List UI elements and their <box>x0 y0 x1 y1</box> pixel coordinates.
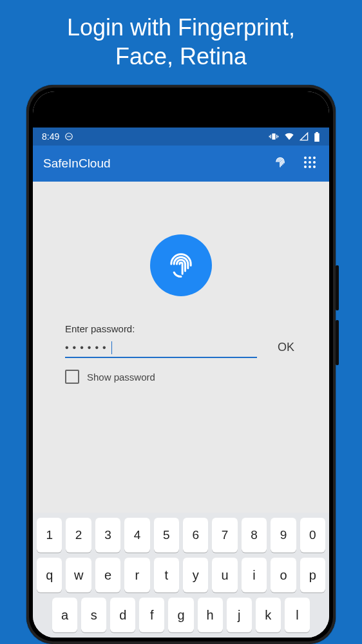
app-title: SafeInCloud <box>43 156 260 171</box>
key-k[interactable]: k <box>256 598 281 632</box>
numpad-button[interactable] <box>301 155 319 173</box>
vibrate-icon <box>269 132 279 141</box>
login-screen: Enter password: •••••• OK Show password <box>33 182 329 513</box>
key-5[interactable]: 5 <box>154 518 179 553</box>
key-t[interactable]: t <box>154 558 179 592</box>
key-1[interactable]: 1 <box>37 518 62 553</box>
fingerprint-icon <box>272 155 288 173</box>
key-8[interactable]: 8 <box>242 518 267 553</box>
key-4[interactable]: 4 <box>124 518 149 553</box>
cell-signal-icon <box>300 132 309 141</box>
promo-line1: Login with Fingerprint, <box>67 14 295 41</box>
key-o[interactable]: o <box>271 558 296 592</box>
key-7[interactable]: 7 <box>212 518 237 553</box>
key-h[interactable]: h <box>198 598 223 632</box>
promo-headline: Login with Fingerprint, Face, Retina <box>67 13 295 71</box>
battery-icon <box>314 132 320 142</box>
key-a[interactable]: a <box>52 598 77 632</box>
svg-rect-7 <box>316 132 318 133</box>
key-w[interactable]: w <box>66 558 91 592</box>
keyboard-row-asdf: asdfghjkl <box>37 598 325 632</box>
fingerprint-login-button[interactable] <box>271 155 289 173</box>
ok-button[interactable]: OK <box>275 341 297 358</box>
phone-top-bezel <box>33 91 329 128</box>
key-2[interactable]: 2 <box>66 518 91 553</box>
key-s[interactable]: s <box>81 598 106 632</box>
key-j[interactable]: j <box>227 598 252 632</box>
svg-point-11 <box>313 156 316 159</box>
key-d[interactable]: d <box>110 598 135 632</box>
keyboard-row-qwerty: qwertyuiop <box>37 558 325 592</box>
key-i[interactable]: i <box>242 558 267 592</box>
key-e[interactable]: e <box>95 558 120 592</box>
fingerprint-icon <box>164 247 198 283</box>
svg-point-16 <box>309 166 311 168</box>
android-status-bar: 8:49 <box>33 128 329 146</box>
key-9[interactable]: 9 <box>271 518 296 553</box>
key-l[interactable]: l <box>285 598 310 632</box>
app-bar: SafeInCloud <box>33 146 329 182</box>
svg-point-9 <box>304 156 307 159</box>
show-password-label: Show password <box>87 372 155 383</box>
svg-rect-2 <box>272 133 275 139</box>
svg-point-10 <box>309 156 311 159</box>
password-masked-value: •••••• <box>65 342 110 354</box>
key-6[interactable]: 6 <box>183 518 208 553</box>
svg-point-12 <box>304 161 307 164</box>
key-p[interactable]: p <box>300 558 325 592</box>
phone-side-button <box>336 265 339 310</box>
key-u[interactable]: u <box>212 558 237 592</box>
password-label: Enter password: <box>65 323 297 334</box>
key-3[interactable]: 3 <box>95 518 120 553</box>
key-0[interactable]: 0 <box>300 518 325 553</box>
wifi-icon <box>284 132 294 141</box>
show-password-checkbox[interactable] <box>65 370 79 384</box>
dialpad-icon <box>302 155 318 173</box>
password-form: Enter password: •••••• OK Show password <box>51 323 311 384</box>
svg-point-17 <box>313 166 316 168</box>
text-caret <box>111 341 113 354</box>
do-not-disturb-icon <box>64 132 73 141</box>
key-y[interactable]: y <box>183 558 208 592</box>
keyboard-row-numbers: 1234567890 <box>37 518 325 553</box>
phone-side-button <box>336 320 339 365</box>
key-q[interactable]: q <box>37 558 62 592</box>
password-input[interactable]: •••••• <box>65 341 257 358</box>
phone-screen: 8:49 SafeInC <box>33 91 329 638</box>
promo-line2: Face, Retina <box>115 43 247 70</box>
status-time: 8:49 <box>42 131 59 142</box>
svg-point-14 <box>313 161 316 164</box>
phone-frame: 8:49 SafeInC <box>26 85 336 644</box>
key-f[interactable]: f <box>139 598 164 632</box>
key-r[interactable]: r <box>124 558 149 592</box>
svg-rect-8 <box>314 133 319 141</box>
svg-point-13 <box>309 161 311 164</box>
key-g[interactable]: g <box>168 598 193 632</box>
fingerprint-prompt-button[interactable] <box>150 234 212 296</box>
svg-point-15 <box>304 166 307 168</box>
soft-keyboard: 1234567890 qwertyuiop asdfghjkl <box>33 513 329 638</box>
